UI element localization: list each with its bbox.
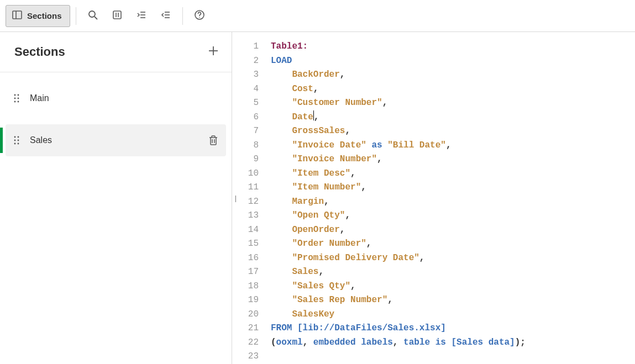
svg-point-21 [14, 101, 16, 103]
code-line[interactable]: "Sales Qty", [271, 279, 629, 294]
indent-icon [136, 9, 147, 22]
sections-toggle-button[interactable]: Sections [6, 5, 70, 27]
main-area: Sections MainSales || 123456789101112131… [0, 32, 635, 364]
sections-toggle-label: Sections [27, 11, 62, 20]
section-item-label: Main [30, 93, 218, 103]
line-number: 10 [232, 167, 259, 181]
help-icon [194, 9, 205, 22]
line-number: 6 [232, 110, 259, 125]
line-number: 21 [232, 321, 259, 336]
sections-sidebar: Sections MainSales || [0, 32, 232, 364]
code-line[interactable]: Sales, [271, 265, 629, 279]
svg-point-20 [18, 98, 19, 99]
svg-point-17 [14, 94, 16, 96]
toolbar-separator [182, 7, 183, 25]
line-number: 5 [232, 96, 259, 110]
svg-point-23 [14, 136, 16, 138]
sidebar-header: Sections [0, 32, 232, 72]
line-number: 20 [232, 308, 259, 322]
line-number: 14 [232, 223, 259, 238]
line-number: 13 [232, 209, 259, 223]
code-line[interactable]: Table1: [271, 40, 629, 54]
svg-point-19 [14, 98, 16, 99]
code-line[interactable]: "Invoice Date" as "Bill Date", [271, 139, 629, 153]
svg-point-18 [18, 94, 19, 96]
code-line[interactable]: GrossSales, [271, 124, 629, 139]
section-item[interactable]: Main [6, 82, 226, 114]
code-line[interactable]: LOAD [271, 54, 629, 68]
code-line[interactable]: "Open Qty", [271, 209, 629, 223]
code-line[interactable]: "Order Number", [271, 237, 629, 251]
search-button[interactable] [82, 5, 104, 27]
svg-point-26 [18, 140, 19, 141]
indent-button[interactable] [130, 5, 153, 27]
sidebar-title: Sections [14, 45, 65, 59]
toolbar: Sections [0, 0, 635, 32]
drag-handle-icon[interactable] [13, 93, 20, 103]
line-number: 3 [232, 68, 259, 82]
code-line[interactable]: "Customer Number", [271, 96, 629, 110]
line-number: 16 [232, 251, 259, 266]
svg-line-3 [95, 17, 97, 19]
line-number: 2 [232, 54, 259, 68]
drag-handle-icon[interactable] [13, 135, 20, 145]
line-number: 4 [232, 82, 259, 97]
code-area[interactable]: Table1:LOAD BackOrder, Cost, "Customer N… [265, 32, 635, 364]
code-line[interactable]: "Promised Delivery Date", [271, 251, 629, 266]
code-line[interactable]: FROM [lib://DataFiles/Sales.xlsx] [271, 321, 629, 336]
line-number: 22 [232, 336, 259, 350]
help-button[interactable] [188, 5, 211, 27]
svg-point-24 [18, 136, 19, 138]
line-number: 7 [232, 124, 259, 139]
line-number: 1 [232, 40, 259, 54]
delete-section-button[interactable] [208, 135, 218, 146]
line-number: 9 [232, 152, 259, 167]
code-line[interactable]: Margin, [271, 195, 629, 209]
comment-button[interactable] [106, 5, 128, 27]
line-number: 23 [232, 350, 259, 364]
svg-rect-4 [113, 11, 121, 19]
panel-icon [12, 9, 23, 22]
code-line[interactable]: (ooxml, embedded labels, table is [Sales… [271, 336, 629, 350]
svg-point-2 [89, 11, 95, 17]
add-section-button[interactable] [207, 44, 219, 60]
line-number: 12 [232, 195, 259, 209]
code-editor[interactable]: 1234567891011121314151617181920212223 Ta… [232, 32, 635, 364]
code-line[interactable]: "Item Number", [271, 181, 629, 195]
line-gutter: 1234567891011121314151617181920212223 [232, 32, 265, 364]
svg-rect-0 [13, 11, 22, 19]
outdent-icon [160, 9, 171, 22]
section-item-label: Sales [30, 135, 198, 145]
code-line[interactable]: "Invoice Number", [271, 152, 629, 167]
code-line[interactable]: BackOrder, [271, 68, 629, 82]
search-icon [87, 9, 98, 22]
code-line[interactable]: SalesKey [271, 308, 629, 322]
line-number: 18 [232, 279, 259, 294]
line-number: 17 [232, 265, 259, 279]
line-number: 19 [232, 293, 259, 308]
outdent-button[interactable] [155, 5, 177, 27]
code-line[interactable]: "Sales Rep Number", [271, 293, 629, 308]
section-item[interactable]: Sales [6, 124, 226, 156]
svg-point-28 [18, 143, 19, 145]
svg-point-25 [14, 140, 16, 141]
comment-icon [112, 9, 123, 22]
line-number: 8 [232, 139, 259, 153]
section-list: MainSales [0, 72, 232, 166]
svg-point-27 [14, 143, 16, 145]
code-line[interactable]: Cost, [271, 82, 629, 97]
code-line[interactable]: "Item Desc", [271, 167, 629, 181]
toolbar-separator [76, 7, 76, 25]
svg-point-22 [18, 101, 19, 103]
line-number: 15 [232, 237, 259, 251]
code-line[interactable]: Date, [271, 110, 629, 125]
svg-point-14 [199, 17, 200, 18]
code-line[interactable] [271, 350, 629, 364]
code-line[interactable]: OpenOrder, [271, 223, 629, 238]
line-number: 11 [232, 181, 259, 195]
